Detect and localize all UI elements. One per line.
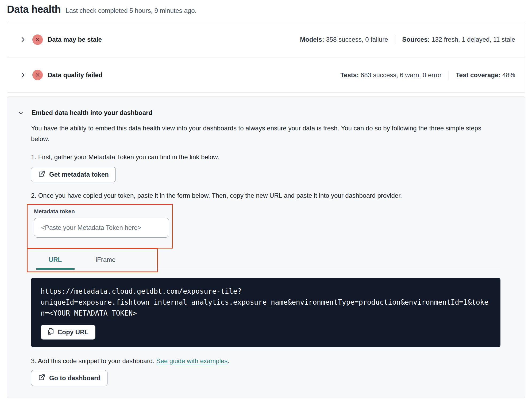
metadata-token-label: Metadata token (34, 208, 168, 215)
status-row-stats: Tests: 683 success, 6 warn, 0 error Test… (340, 71, 515, 80)
status-row-data-stale[interactable]: Data may be stale Models: 358 success, 0… (7, 22, 525, 57)
copy-url-label: Copy URL (57, 328, 88, 336)
tab-url[interactable]: URL (36, 251, 75, 270)
last-check-status: Last check completed 5 hours, 9 minutes … (66, 7, 197, 14)
status-card: Data may be stale Models: 358 success, 0… (7, 22, 525, 93)
step-1-text: 1. First, gather your Metadata Token you… (31, 153, 500, 161)
stat-tests: Tests: 683 success, 6 warn, 0 error (340, 71, 441, 79)
stat-label: Models: (300, 36, 324, 43)
embed-format-tabs: URL iFrame (31, 251, 500, 269)
stat-value: 48% (502, 71, 515, 79)
go-to-dashboard-button[interactable]: Go to dashboard (31, 370, 107, 386)
x-circle-icon (32, 70, 43, 80)
embed-section-title: Embed data health into your dashboard (32, 109, 152, 117)
status-row-stats: Models: 358 success, 0 failure Sources: … (300, 35, 515, 44)
stat-divider (449, 71, 449, 80)
get-metadata-token-label: Get metadata token (49, 171, 109, 178)
chevron-down-icon[interactable] (17, 109, 25, 117)
embed-description: You have the ability to embed this data … (31, 123, 488, 144)
stat-value: 358 success, 0 failure (326, 36, 388, 43)
status-row-data-quality[interactable]: Data quality failed Tests: 683 success, … (7, 57, 525, 92)
stat-label: Tests: (340, 71, 359, 79)
stat-value: 683 success, 6 warn, 0 error (361, 71, 442, 79)
stat-divider (395, 35, 395, 44)
stat-test-coverage: Test coverage: 48% (456, 71, 515, 79)
token-annotation-box: Metadata token (27, 204, 173, 249)
go-to-dashboard-label: Go to dashboard (49, 374, 101, 382)
status-row-title: Data may be stale (48, 36, 102, 43)
get-metadata-token-button[interactable]: Get metadata token (31, 167, 116, 182)
status-row-title: Data quality failed (48, 71, 102, 79)
embed-section-header[interactable]: Embed data health into your dashboard (17, 109, 500, 117)
step-3-text: 3. Add this code snippet to your dashboa… (31, 357, 500, 365)
tab-iframe[interactable]: iFrame (82, 251, 130, 270)
embed-url-code-block: https://metadata.cloud.getdbt.com/exposu… (31, 278, 500, 347)
x-circle-icon (32, 34, 43, 45)
embed-url-text: https://metadata.cloud.getdbt.com/exposu… (41, 286, 491, 319)
stat-value: 132 fresh, 1 delayed, 11 stale (431, 36, 515, 43)
embed-section: Embed data health into your dashboard Yo… (7, 96, 525, 398)
stat-label: Sources: (402, 36, 430, 43)
stat-models: Models: 358 success, 0 failure (300, 36, 388, 43)
stat-sources: Sources: 132 fresh, 1 delayed, 11 stale (402, 36, 515, 43)
external-link-icon (38, 170, 45, 179)
copy-url-button[interactable]: Copy URL (41, 325, 95, 340)
copy-icon (48, 328, 54, 336)
page-title: Data health (7, 4, 61, 15)
stat-label: Test coverage: (456, 71, 501, 79)
chevron-right-icon[interactable] (19, 36, 26, 43)
external-link-icon (38, 374, 45, 383)
chevron-right-icon[interactable] (19, 71, 26, 79)
step-2-text: 2. Once you have copied your token, past… (31, 192, 500, 199)
step-3-prefix: 3. Add this code snippet to your dashboa… (31, 357, 156, 364)
guide-link[interactable]: See guide with examples (156, 357, 228, 364)
page-header: Data health Last check completed 5 hours… (0, 0, 532, 15)
step-3-suffix: . (228, 357, 229, 364)
metadata-token-input[interactable] (34, 218, 169, 238)
